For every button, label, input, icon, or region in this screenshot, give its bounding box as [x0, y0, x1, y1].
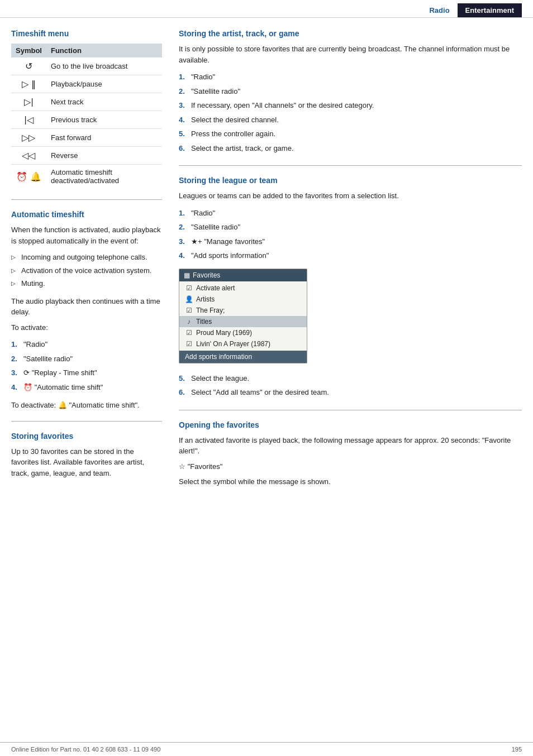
step-num: 5. [179, 128, 185, 140]
step-num: 4. [179, 114, 185, 126]
left-column: Timeshift menu Symbol Function ↺Go to th… [11, 29, 162, 492]
storing-fav-p: Up to 30 favorites can be stored in the … [11, 446, 162, 479]
list-item: 5.Press the controller again. [179, 127, 522, 141]
favorites-box: ▦ Favorites ☑Activate alert👤Artists☑The … [179, 269, 307, 363]
step-num: 1. [179, 71, 185, 83]
step-text: Select the desired channel. [191, 116, 279, 124]
step-num: 4. [179, 250, 185, 261]
step-num: 2. [179, 222, 185, 233]
step-icon: ⏰ [23, 383, 35, 391]
step-num: 3. [179, 100, 185, 111]
divider-4 [179, 410, 522, 410]
step-text: "Satellite radio" [191, 223, 240, 231]
symbol-cell: ▷▷ [11, 129, 46, 147]
step-num: 4. [11, 382, 17, 393]
step-icon: ⟳ [23, 369, 32, 377]
auto-activate: To activate: [11, 322, 162, 333]
fav-item-label: Titles [196, 318, 212, 326]
function-cell: Next track [46, 93, 162, 111]
entertainment-tab[interactable]: Entertainment [458, 3, 522, 17]
fav-grid-icon: ▦ [184, 271, 190, 279]
opening-fav-p1: If an activated favorite is played back,… [179, 435, 522, 457]
table-row: |◁Previous track [11, 111, 162, 129]
step-text: "Radio" [191, 73, 215, 81]
opening-fav-star-icon: ☆ [179, 462, 188, 471]
list-item: 3.If necessary, open "All channels" or t… [179, 98, 522, 113]
storing-league-steps: 1."Radio"2."Satellite radio"3.★+ "Manage… [179, 206, 522, 263]
fav-header-label: Favorites [193, 271, 220, 279]
step-text: Select the league. [191, 374, 249, 382]
step-num: 1. [179, 208, 185, 219]
symbol-cell: ▷| [11, 93, 46, 111]
function-cell: Playback/pause [46, 75, 162, 93]
table-row: ⏰ 🔔Automatic timeshift deactivated/activ… [11, 165, 162, 189]
fav-item: ♪Titles [179, 316, 307, 327]
fav-item-icon: ♪ [185, 318, 193, 326]
function-cell: Reverse [46, 147, 162, 165]
header: Radio Entertainment [0, 0, 533, 18]
step-num: 1. [11, 339, 17, 350]
list-item: 3.⟳ "Replay - Time shift" [11, 366, 162, 380]
storing-league-title: Storing the league or team [179, 176, 522, 185]
step-num: 5. [179, 373, 185, 384]
function-cell: Fast forward [46, 129, 162, 147]
storing-league-p: Leagues or teams can be added to the fav… [179, 190, 522, 202]
function-cell: Automatic timeshift deactivated/activate… [46, 165, 162, 189]
list-item: Incoming and outgoing telephone calls. [11, 251, 162, 264]
fav-item-icon: ☑ [185, 307, 193, 314]
list-item: 6.Select "Add all teams" or the desired … [179, 385, 522, 400]
step-text: "Radio" [23, 340, 47, 348]
auto-timeshift-title: Automatic timeshift [11, 210, 162, 219]
auto-steps: 1."Radio"2."Satellite radio"3.⟳ "Replay … [11, 337, 162, 394]
fav-item: ☑Proud Mary (1969) [179, 327, 307, 338]
divider-2 [11, 421, 162, 422]
col-function: Function [46, 44, 162, 58]
list-item: 2."Satellite radio" [11, 352, 162, 366]
fav-item-icon: ☑ [185, 284, 193, 292]
auto-p2: The audio playback then continues with a… [11, 296, 162, 318]
storing-artist-title: Storing the artist, track, or game [179, 29, 522, 38]
list-item: Activation of the voice activation syste… [11, 264, 162, 277]
symbol-cell: ⏰ 🔔 [11, 165, 46, 189]
symbol-cell: ▷ ‖ [11, 75, 46, 93]
step-text: "Satellite radio" [191, 87, 240, 95]
step-num: 3. [11, 367, 17, 379]
step-text: "Add sports information" [191, 251, 269, 260]
footer: Online Edition for Part no. 01 40 2 608 … [0, 742, 533, 756]
step-num: 2. [11, 353, 17, 365]
opening-fav-icon-line: ☆ "Favorites" [179, 461, 522, 472]
list-item: 1."Radio" [179, 206, 522, 221]
divider-1 [11, 199, 162, 200]
step-num: 6. [179, 387, 185, 398]
function-cell: Previous track [46, 111, 162, 129]
step-text: If necessary, open "All channels" or the… [191, 101, 374, 109]
step-num: 3. [179, 236, 185, 247]
radio-tab[interactable]: Radio [421, 3, 457, 17]
table-row: ▷|Next track [11, 93, 162, 111]
list-item: 4.Select the desired channel. [179, 113, 522, 127]
page-number: 195 [512, 746, 522, 753]
list-item: 6.Select the artist, track, or game. [179, 141, 522, 156]
fav-header: ▦ Favorites [179, 269, 307, 281]
step-text: "Manage favorites" [204, 237, 265, 246]
list-item: 5.Select the league. [179, 371, 522, 386]
list-item: Muting. [11, 277, 162, 290]
storing-fav-title: Storing favorites [11, 432, 162, 441]
col-symbol: Symbol [11, 44, 46, 58]
deactivate-icon: 🔔 [58, 401, 69, 409]
symbol-cell: ↺ [11, 58, 46, 75]
main-content: Timeshift menu Symbol Function ↺Go to th… [0, 18, 533, 514]
step-num: 2. [179, 86, 185, 97]
storing-artist-p: It is only possible to store favorites t… [179, 44, 522, 65]
fav-item: 👤Artists [179, 294, 307, 305]
table-row: ▷ ‖Playback/pause [11, 75, 162, 93]
list-item: 4."Add sports information" [179, 248, 522, 263]
footer-copyright: Online Edition for Part no. 01 40 2 608 … [11, 746, 160, 753]
fav-item-icon: ☑ [185, 329, 193, 337]
fav-item-label: Artists [196, 295, 215, 303]
step-text: "Satellite radio" [23, 355, 73, 363]
to-deactivate-label: To deactivate: [11, 401, 56, 409]
step-num: 6. [179, 143, 185, 154]
table-row: ↺Go to the live broadcast [11, 58, 162, 75]
list-item: 1."Radio" [11, 337, 162, 352]
